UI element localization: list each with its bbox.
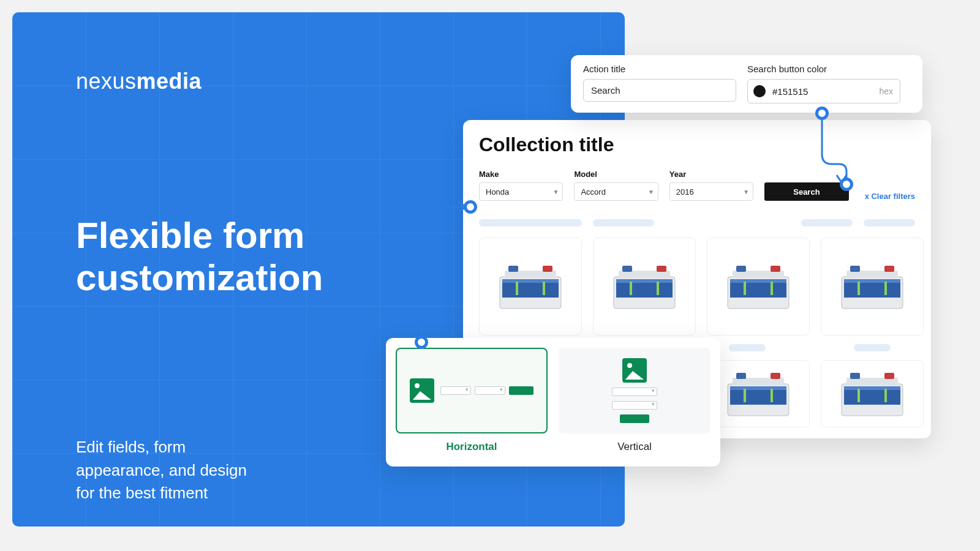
- preview-button: [509, 386, 533, 395]
- svg-rect-19: [744, 282, 746, 295]
- sub-line3: for the best fitment: [76, 482, 247, 505]
- layout-label-horizontal: Horizontal: [446, 441, 497, 453]
- connector-dot: [464, 200, 477, 214]
- product-card[interactable]: [821, 360, 924, 427]
- product-card[interactable]: [821, 238, 924, 335]
- svg-rect-15: [657, 266, 666, 272]
- svg-rect-55: [771, 373, 780, 379]
- product-card[interactable]: [479, 238, 582, 335]
- preview-button: [620, 414, 649, 423]
- connector-dot: [840, 178, 853, 191]
- action-title-label: Action title: [583, 64, 736, 74]
- svg-rect-31: [884, 266, 894, 272]
- preview-field: [612, 401, 657, 410]
- svg-rect-30: [850, 266, 860, 272]
- select-make[interactable]: Honda ▼: [479, 182, 563, 201]
- svg-rect-63: [884, 373, 894, 379]
- select-model-value: Accord: [581, 187, 605, 197]
- svg-rect-20: [771, 282, 773, 295]
- product-card[interactable]: [707, 360, 810, 427]
- image-icon: [410, 378, 434, 403]
- logo: nexusmedia: [76, 69, 202, 94]
- sub-line1: Edit fields, form: [76, 436, 247, 459]
- color-label: Search button color: [747, 64, 900, 74]
- select-make-value: Honda: [486, 187, 509, 197]
- color-swatch-icon: [753, 85, 766, 97]
- connector-dot: [415, 335, 428, 349]
- search-button-color-field: Search button color hex: [747, 64, 900, 102]
- chevron-down-icon: ▼: [743, 189, 749, 195]
- logo-bold: media: [137, 69, 202, 94]
- select-model[interactable]: Accord ▼: [574, 182, 658, 201]
- svg-rect-12: [657, 282, 659, 295]
- svg-rect-14: [622, 266, 632, 272]
- settings-card: Action title Search button color hex: [571, 55, 922, 113]
- svg-rect-52: [771, 389, 773, 402]
- chevron-down-icon: ▼: [553, 189, 559, 195]
- filter-model-label: Model: [574, 170, 658, 179]
- placeholder: [801, 219, 853, 227]
- sub-line2: appearance, and design: [76, 459, 247, 482]
- filter-year-label: Year: [669, 170, 753, 179]
- connector-dot: [815, 107, 829, 120]
- svg-rect-51: [744, 389, 746, 402]
- clear-filters-link[interactable]: x Clear filters: [865, 192, 915, 201]
- action-title-field: Action title: [583, 64, 736, 102]
- svg-rect-62: [850, 373, 860, 379]
- svg-rect-59: [858, 389, 860, 402]
- layout-label-vertical: Vertical: [617, 441, 652, 453]
- preview-field: [612, 388, 657, 396]
- battery-icon: [835, 367, 909, 421]
- layout-selector-card: Horizontal Vertical: [386, 338, 720, 467]
- image-icon: [622, 358, 647, 383]
- svg-rect-10: [616, 279, 673, 283]
- select-year[interactable]: 2016 ▼: [669, 182, 753, 201]
- preview-field: [475, 386, 505, 395]
- svg-rect-6: [508, 266, 518, 272]
- headline: Flexible form customization: [76, 214, 323, 299]
- filter-make-label: Make: [479, 170, 563, 179]
- product-grid: [479, 238, 915, 335]
- battery-icon: [722, 260, 795, 313]
- subheadline: Edit fields, form appearance, and design…: [76, 436, 247, 505]
- collection-title: Collection title: [479, 133, 915, 156]
- placeholder: [864, 219, 915, 227]
- placeholder-row-1: [479, 219, 915, 227]
- svg-rect-7: [543, 266, 552, 272]
- svg-rect-26: [844, 279, 900, 283]
- svg-rect-28: [884, 282, 887, 295]
- svg-rect-50: [730, 386, 786, 390]
- filter-model: Model Accord ▼: [574, 170, 658, 201]
- action-title-input[interactable]: [583, 79, 736, 102]
- product-card[interactable]: [707, 238, 810, 335]
- select-year-value: 2016: [676, 187, 694, 197]
- preview-field: [440, 386, 471, 395]
- placeholder: [479, 219, 582, 227]
- layout-thumb-horizontal: [396, 348, 548, 433]
- svg-rect-18: [730, 279, 786, 283]
- svg-rect-3: [516, 282, 518, 295]
- search-button[interactable]: Search: [764, 182, 848, 201]
- svg-rect-22: [736, 266, 746, 272]
- filter-year: Year 2016 ▼: [669, 170, 753, 201]
- product-card[interactable]: [593, 238, 696, 335]
- svg-rect-23: [771, 266, 780, 272]
- svg-rect-58: [844, 386, 900, 390]
- battery-icon: [835, 260, 909, 313]
- layout-thumb-vertical: [559, 348, 710, 433]
- layout-option-vertical[interactable]: Vertical: [559, 348, 710, 453]
- color-hex-input[interactable]: [747, 79, 900, 103]
- svg-rect-54: [736, 373, 746, 379]
- placeholder: [729, 344, 766, 351]
- svg-rect-11: [630, 282, 632, 295]
- filter-make: Make Honda ▼: [479, 170, 563, 201]
- color-suffix: hex: [879, 86, 893, 96]
- battery-icon: [608, 260, 681, 313]
- layout-option-horizontal[interactable]: Horizontal: [396, 348, 548, 453]
- battery-icon: [494, 260, 567, 313]
- svg-rect-60: [884, 389, 887, 402]
- svg-rect-2: [502, 279, 559, 283]
- headline-line2: customization: [76, 257, 323, 299]
- headline-line1: Flexible form: [76, 214, 323, 257]
- battery-icon: [722, 367, 795, 421]
